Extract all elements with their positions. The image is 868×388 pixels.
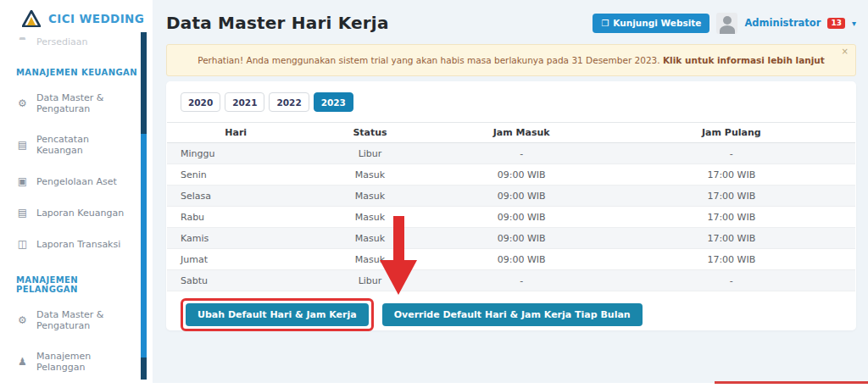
- page-title: Data Master Hari Kerja: [166, 13, 389, 33]
- table-cell: Masuk: [304, 164, 435, 186]
- column-header-jam-masuk: Jam Masuk: [436, 123, 608, 143]
- brand[interactable]: CICI WEDDING: [0, 0, 153, 37]
- tab-year-2020[interactable]: 2020: [181, 92, 220, 112]
- table-cell: Masuk: [304, 228, 435, 249]
- sidebar-item-laporan-keuangan[interactable]: ▤Laporan Keuangan: [5, 202, 136, 224]
- brand-logo-icon: [22, 10, 41, 27]
- table-cell: 09:00 WIB: [436, 164, 608, 186]
- book-icon: ◫: [16, 238, 29, 250]
- table-cell: Senin: [167, 164, 304, 186]
- tab-year-2022[interactable]: 2022: [269, 92, 309, 112]
- tab-year-2023[interactable]: 2023: [314, 92, 353, 112]
- external-link-icon: ❐: [601, 19, 609, 28]
- table-body: MingguLibur--SeninMasuk09:00 WIB17:00 WI…: [167, 143, 855, 291]
- tab-year-2021[interactable]: 2021: [225, 92, 264, 112]
- user-name[interactable]: Administrator: [744, 17, 821, 29]
- briefcase-icon: ▣: [16, 175, 29, 187]
- sidebar-scrollbar[interactable]: [141, 32, 147, 380]
- sidebar-item-laporan-transaksi[interactable]: ◫Laporan Transaksi: [5, 233, 136, 255]
- sidebar-item-pencatatan-keuangan[interactable]: ▤Pencatatan Keuangan: [5, 129, 136, 161]
- table-cell: 17:00 WIB: [608, 207, 855, 228]
- table-row-senin: SeninMasuk09:00 WIB17:00 WIB: [167, 164, 855, 186]
- table-cell: Sabtu: [167, 270, 304, 291]
- table-row-jumat: JumatMasuk09:00 WIB17:00 WIB: [167, 249, 855, 270]
- table-cell: -: [436, 143, 608, 164]
- app-root: ♟Manajemen PersediaanMANAJEMEN KEUANGAN⚙…: [0, 0, 868, 388]
- sidebar-section-title: MANAJEMEN KEUANGAN: [16, 68, 141, 77]
- sidebar-item-label: Laporan Keuangan: [36, 208, 124, 219]
- trial-warning-banner: Perhatian! Anda menggunakan sistem trial…: [166, 44, 856, 76]
- annotation-highlight-box: Ubah Default Hari & Jam Kerja: [181, 298, 374, 331]
- sidebar-item-label: Manajemen Pelanggan: [36, 351, 129, 373]
- table-cell: Rabu: [167, 207, 304, 228]
- table-row-rabu: RabuMasuk09:00 WIB17:00 WIB: [167, 207, 855, 228]
- table-row-minggu: MingguLibur--: [167, 143, 855, 164]
- table-cell: Kamis: [167, 228, 304, 249]
- ubah-default-button[interactable]: Ubah Default Hari & Jam Kerja: [186, 303, 369, 326]
- money-icon: ▤: [16, 207, 29, 219]
- sidebar-item-label: Pengelolaan Aset: [36, 176, 117, 187]
- money-icon: ▤: [16, 139, 29, 151]
- users-icon: ♟: [16, 356, 29, 368]
- table-cell: Libur: [304, 270, 435, 291]
- sidebar-menu: ♟Manajemen PersediaanMANAJEMEN KEUANGAN⚙…: [0, 20, 141, 388]
- table-cell: Minggu: [167, 143, 304, 164]
- table-cell: 09:00 WIB: [436, 249, 608, 270]
- column-header-status: Status: [304, 123, 435, 143]
- table-header-row: HariStatusJam MasukJam Pulang: [167, 123, 855, 143]
- table-cell: 09:00 WIB: [436, 207, 608, 228]
- header-actions: ❐ Kunjungi Website Administrator 13 ▾: [593, 13, 856, 34]
- caret-down-icon[interactable]: ▾: [852, 19, 856, 28]
- annotation-partial-box: [715, 381, 868, 384]
- table-cell: 17:00 WIB: [608, 186, 855, 207]
- table-cell: 09:00 WIB: [436, 228, 608, 249]
- table-cell: 17:00 WIB: [608, 249, 855, 270]
- sidebar-item-data-master-pengaturan[interactable]: ⚙Data Master & Pengaturan: [5, 87, 136, 119]
- table-cell: 09:00 WIB: [436, 186, 608, 207]
- cogs-icon: ⚙: [16, 97, 29, 109]
- close-icon[interactable]: ×: [842, 47, 849, 56]
- sidebar-item-data-master-pengaturan[interactable]: ⚙Data Master & Pengaturan: [5, 304, 136, 336]
- scrollbar-track: [141, 32, 147, 134]
- table-cell: Masuk: [304, 186, 435, 207]
- sidebar: ♟Manajemen PersediaanMANAJEMEN KEUANGAN⚙…: [0, 0, 153, 388]
- table-row-kamis: KamisMasuk09:00 WIB17:00 WIB: [167, 228, 855, 249]
- trial-warning-link[interactable]: Klik untuk informasi lebih lanjut: [663, 55, 825, 65]
- action-buttons: Ubah Default Hari & Jam Kerja Override D…: [181, 298, 643, 331]
- table-cell: Selasa: [167, 186, 304, 207]
- sidebar-item-pengelolaan-aset[interactable]: ▣Pengelolaan Aset: [5, 170, 136, 192]
- table-row-selasa: SelasaMasuk09:00 WIB17:00 WIB: [167, 186, 855, 207]
- table-cell: -: [608, 270, 855, 291]
- sidebar-item-label: Data Master & Pengaturan: [36, 309, 129, 331]
- table-cell: 17:00 WIB: [608, 228, 855, 249]
- column-header-hari: Hari: [167, 123, 304, 143]
- cogs-icon: ⚙: [16, 314, 29, 326]
- main-content: Data Master Hari Kerja ❐ Kunjungi Websit…: [153, 0, 868, 388]
- table-cell: Masuk: [304, 249, 435, 270]
- visit-website-button[interactable]: ❐ Kunjungi Website: [593, 14, 709, 33]
- sidebar-item-label: Laporan Transaksi: [36, 239, 120, 250]
- visit-website-label: Kunjungi Website: [613, 18, 701, 28]
- table-cell: Jumat: [167, 249, 304, 270]
- table-row-sabtu: SabtuLibur--: [167, 270, 855, 291]
- scrollbar-track: [141, 358, 147, 380]
- sidebar-item-label: Pencatatan Keuangan: [36, 134, 129, 156]
- sidebar-section-title: MANAJEMEN PELANGGAN: [16, 275, 141, 294]
- trial-warning-normal: Perhatian! Anda menggunakan sistem trial…: [198, 55, 663, 65]
- avatar-head: [723, 16, 732, 25]
- working-days-card: 2020202120222023 HariStatusJam MasukJam …: [166, 81, 856, 330]
- brand-name: CICI WEDDING: [48, 12, 144, 25]
- sidebar-item-manajemen-pelanggan[interactable]: ♟Manajemen Pelanggan: [5, 346, 136, 378]
- page-header: Data Master Hari Kerja ❐ Kunjungi Websit…: [166, 8, 856, 37]
- trial-warning-text: Perhatian! Anda menggunakan sistem trial…: [198, 55, 825, 65]
- working-days-table: HariStatusJam MasukJam Pulang MingguLibu…: [167, 122, 855, 291]
- scrollbar-thumb[interactable]: [141, 134, 147, 358]
- table-cell: -: [608, 143, 855, 164]
- avatar-body: [720, 25, 735, 34]
- column-header-jam-pulang: Jam Pulang: [608, 123, 855, 143]
- override-default-button[interactable]: Override Default Hari & Jam Kerja Tiap B…: [382, 303, 643, 326]
- table-cell: -: [436, 270, 608, 291]
- year-tabs: 2020202120222023: [166, 81, 856, 122]
- notification-badge[interactable]: 13: [827, 18, 845, 29]
- avatar[interactable]: [716, 13, 737, 34]
